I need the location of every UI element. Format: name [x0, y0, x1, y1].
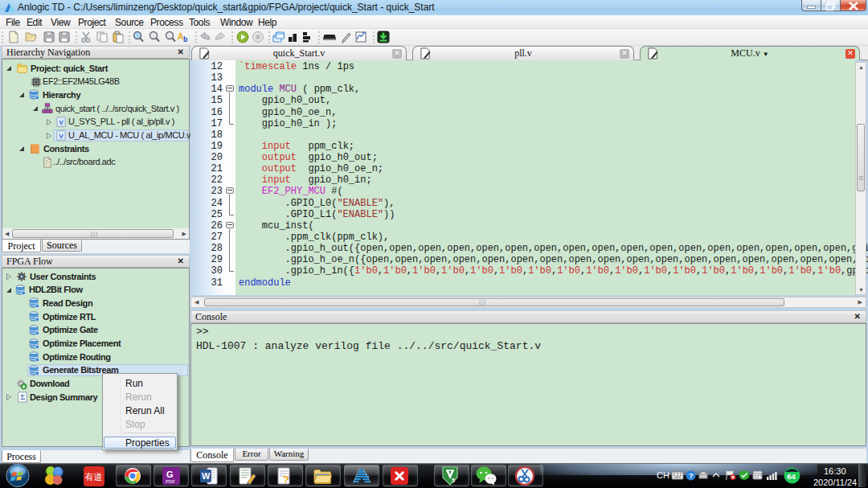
svg-text:V: V: [59, 118, 63, 125]
svg-text:5: 5: [452, 478, 455, 483]
svg-text:?: ?: [283, 474, 289, 486]
svg-text:PDF: PDF: [166, 479, 175, 484]
svg-text:64: 64: [787, 472, 796, 481]
svg-text:b: b: [183, 35, 188, 43]
svg-text:?: ?: [689, 472, 694, 480]
svg-text:Σ: Σ: [20, 393, 25, 401]
svg-text:W: W: [202, 471, 211, 481]
svg-text:G: G: [166, 470, 174, 479]
svg-text:有道: 有道: [85, 472, 103, 482]
svg-text:V: V: [59, 132, 63, 139]
